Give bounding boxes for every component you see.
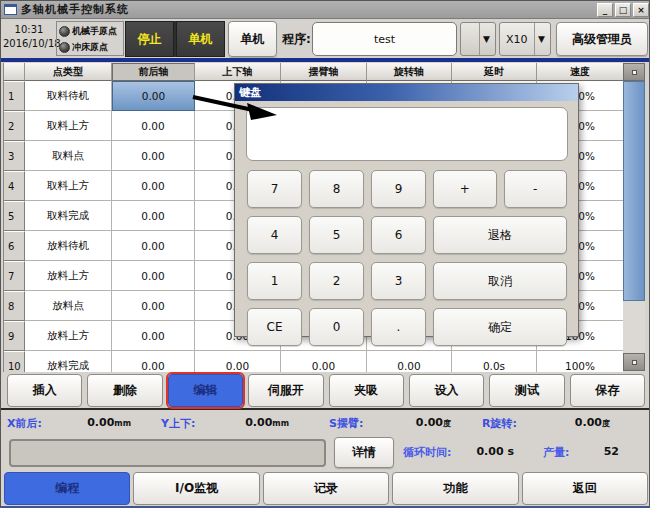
origin-option-0[interactable]: 机械手原点 <box>59 23 121 39</box>
key-确定[interactable]: 确定 <box>433 308 567 346</box>
value-cell[interactable]: 0.00 <box>112 141 195 171</box>
value-cell[interactable]: 100% <box>537 351 624 372</box>
key-+[interactable]: + <box>433 170 497 208</box>
axis-status-group: X前后:0.00mm <box>7 416 131 431</box>
axis-label: S摆臂: <box>329 416 363 431</box>
action-button-编辑[interactable]: 编辑 <box>168 374 243 407</box>
key-.[interactable]: . <box>371 308 426 346</box>
value-cell[interactable]: 0.00 <box>112 231 195 261</box>
yield-value: 52 <box>581 445 619 458</box>
column-header[interactable]: 速度 <box>537 63 624 81</box>
point-type-cell[interactable]: 取料点 <box>25 141 112 171</box>
top-control-bar: 10:31 2016/10/18 机械手原点冲床原点 停止单机 单机 程序: t… <box>1 19 650 62</box>
keypad-dialog-title[interactable]: 键盘 <box>235 84 578 101</box>
window-controls: _ □ × <box>597 3 649 17</box>
value-cell[interactable]: 0.00 <box>112 351 195 372</box>
keypad-dialog: 键盘 789+-456退格123取消CE0.确定 <box>234 83 579 337</box>
key-2[interactable]: 2 <box>309 262 364 300</box>
tab-I/O监视[interactable]: I/O监视 <box>133 472 259 505</box>
value-cell[interactable]: 0.00 <box>195 351 281 372</box>
column-header[interactable]: 延时 <box>452 63 537 81</box>
scroll-up-button[interactable] <box>623 63 645 81</box>
program-name-field[interactable]: test <box>312 22 457 56</box>
origin-option-label: 冲床原点 <box>72 41 108 54</box>
minimize-button[interactable]: _ <box>597 3 613 17</box>
action-button-夹吸[interactable]: 夹吸 <box>329 374 404 407</box>
point-type-cell[interactable]: 取料完成 <box>25 201 112 231</box>
table-scrollbar[interactable] <box>623 63 645 372</box>
key-CE[interactable]: CE <box>247 308 302 346</box>
value-cell[interactable]: 0.00 <box>367 351 452 372</box>
column-header[interactable]: 旋转轴 <box>367 63 452 81</box>
value-cell[interactable]: 0.00 <box>112 321 195 351</box>
action-button-插入[interactable]: 插入 <box>7 374 82 407</box>
origin-option-1[interactable]: 冲床原点 <box>59 39 121 55</box>
tab-编程[interactable]: 编程 <box>4 472 130 505</box>
point-type-cell[interactable]: 放料上方 <box>25 261 112 291</box>
key--[interactable]: - <box>504 170 568 208</box>
action-button-设入[interactable]: 设入 <box>409 374 484 407</box>
keypad-keys: 789+-456退格123取消CE0.确定 <box>247 170 567 354</box>
key-5[interactable]: 5 <box>309 216 364 254</box>
mode-button-1[interactable]: 单机 <box>176 21 225 57</box>
action-button-测试[interactable]: 测试 <box>489 374 564 407</box>
axis-unit: mm <box>114 419 131 428</box>
axis-label: X前后: <box>7 416 42 431</box>
program-select-dropdown[interactable]: ▼ <box>460 22 496 56</box>
value-cell[interactable]: 0.00 <box>112 201 195 231</box>
value-cell[interactable]: 0.00 <box>112 291 195 321</box>
point-type-cell[interactable]: 取料待机 <box>25 81 112 111</box>
key-取消[interactable]: 取消 <box>433 262 567 300</box>
key-8[interactable]: 8 <box>309 170 364 208</box>
tab-记录[interactable]: 记录 <box>263 472 389 505</box>
point-type-cell[interactable]: 放料点 <box>25 291 112 321</box>
info-row: 详情 循环时间: 0.00 s 产量: 52 <box>1 435 650 471</box>
action-button-伺服开[interactable]: 伺服开 <box>248 374 323 407</box>
key-9[interactable]: 9 <box>371 170 426 208</box>
axis-value: 0.00mm <box>245 416 289 431</box>
action-button-删除[interactable]: 删除 <box>87 374 162 407</box>
chevron-down-icon: ▼ <box>479 23 493 55</box>
single-mode-button[interactable]: 单机 <box>228 21 277 57</box>
key-0[interactable]: 0 <box>309 308 364 346</box>
tab-返回[interactable]: 返回 <box>522 472 648 505</box>
value-cell[interactable]: 0.00 <box>112 111 195 141</box>
value-cell[interactable]: 0.00 <box>281 351 367 372</box>
scroll-down-button[interactable] <box>623 353 645 371</box>
key-退格[interactable]: 退格 <box>433 216 567 254</box>
point-type-cell[interactable]: 放料待机 <box>25 231 112 261</box>
value-cell[interactable]: 0.00 <box>112 261 195 291</box>
row-number-cell: 2 <box>4 111 25 141</box>
speed-multiplier-dropdown[interactable]: X10 ▼ <box>499 22 551 56</box>
tab-功能[interactable]: 功能 <box>392 472 518 505</box>
key-1[interactable]: 1 <box>247 262 302 300</box>
user-role-button[interactable]: 高级管理员 <box>556 22 648 56</box>
mode-button-0[interactable]: 停止 <box>125 21 174 57</box>
column-header[interactable]: 前后轴 <box>112 63 195 81</box>
column-header[interactable]: 上下轴 <box>195 63 281 81</box>
axis-status-group: Y上下:0.00mm <box>161 416 289 431</box>
key-4[interactable]: 4 <box>247 216 302 254</box>
value-cell[interactable]: 0.0s <box>452 351 537 372</box>
program-label: 程序: <box>282 31 311 48</box>
details-button[interactable]: 详情 <box>334 437 394 468</box>
value-cell[interactable]: 0.00 <box>112 171 195 201</box>
key-6[interactable]: 6 <box>371 216 426 254</box>
key-3[interactable]: 3 <box>371 262 426 300</box>
scrollbar-thumb[interactable] <box>623 81 645 301</box>
keypad-input-field[interactable] <box>246 107 568 161</box>
row-number-cell: 7 <box>4 261 25 291</box>
key-7[interactable]: 7 <box>247 170 302 208</box>
close-button[interactable]: × <box>633 3 649 17</box>
point-type-cell[interactable]: 放料完成 <box>25 351 112 372</box>
action-button-保存[interactable]: 保存 <box>570 374 645 407</box>
point-type-cell[interactable]: 取料上方 <box>25 171 112 201</box>
point-type-cell[interactable]: 取料上方 <box>25 111 112 141</box>
maximize-button[interactable]: □ <box>615 3 631 17</box>
value-cell[interactable]: 0.00 <box>112 81 195 111</box>
column-header[interactable]: 点类型 <box>25 63 112 81</box>
column-header[interactable]: 摆臂轴 <box>281 63 367 81</box>
row-number-cell: 9 <box>4 321 25 351</box>
point-type-cell[interactable]: 放料上方 <box>25 321 112 351</box>
cursor-arrow-icon <box>191 94 281 122</box>
